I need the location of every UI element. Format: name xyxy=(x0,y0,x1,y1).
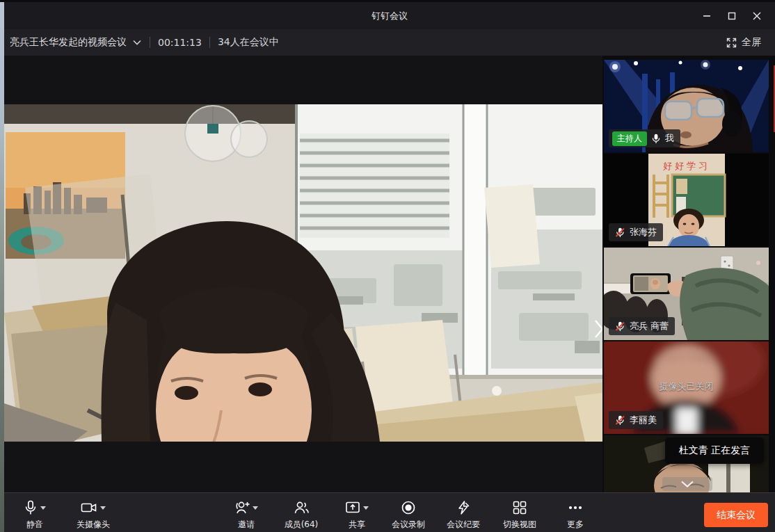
participant-tile[interactable]: 好好学习 张海芬 xyxy=(604,154,769,246)
invite-options-caret[interactable] xyxy=(253,506,258,510)
mute-label: 静音 xyxy=(26,519,43,529)
participant-name: 李丽美 xyxy=(630,414,657,426)
participant-name: 我 xyxy=(665,132,674,145)
switch-view-button[interactable]: 切换视图 xyxy=(490,497,549,531)
camera-toggle-button[interactable]: 关摄像头 xyxy=(64,497,122,531)
members-button[interactable]: 成员(64) xyxy=(272,497,330,531)
more-dots-icon xyxy=(567,500,584,515)
speaking-toast-text: 杜文青 正在发言 xyxy=(679,444,750,457)
participant-badge: 亮兵 商蕾 xyxy=(609,317,675,335)
dingtalk-meeting-window: 钉钉会议 亮兵王长华发起的视频会议 00:11:13 34人在会议中 xyxy=(0,0,775,532)
participant-badge: 主持人 我 xyxy=(609,129,680,147)
chevron-down-icon xyxy=(132,39,142,46)
share-label: 共享 xyxy=(349,519,365,529)
meeting-title: 亮兵王长华发起的视频会议 xyxy=(10,36,127,49)
chevron-right-icon xyxy=(593,318,602,340)
chevron-down-icon xyxy=(680,480,695,488)
header-divider xyxy=(150,37,150,48)
speaking-toast: 杜文青 正在发言 xyxy=(665,437,764,464)
switch-view-label: 切换视图 xyxy=(503,519,536,529)
participant-tile-self[interactable]: 主持人 我 xyxy=(604,60,769,152)
participant-name: 亮兵 商蕾 xyxy=(630,320,669,332)
maximize-button[interactable] xyxy=(719,6,744,26)
fullscreen-button[interactable]: 全屏 xyxy=(726,36,761,49)
minutes-label: 会议纪要 xyxy=(447,519,480,529)
minutes-flash-icon xyxy=(456,500,471,515)
invite-person-plus-icon xyxy=(234,500,250,515)
fullscreen-expand-icon xyxy=(726,38,737,48)
more-label: 更多 xyxy=(567,519,584,529)
camera-icon xyxy=(81,500,97,515)
maximize-icon xyxy=(728,12,736,20)
grid-view-icon xyxy=(512,500,527,515)
mute-options-caret[interactable] xyxy=(40,506,46,510)
record-button[interactable]: 会议录制 xyxy=(379,497,438,531)
microphone-muted-icon xyxy=(615,227,625,238)
participant-badge: 李丽美 xyxy=(609,411,663,429)
microphone-muted-icon xyxy=(615,415,625,426)
end-meeting-button[interactable]: 结束会议 xyxy=(704,503,768,527)
collapse-panel-chevron[interactable] xyxy=(593,317,602,341)
microphone-muted-icon xyxy=(615,321,625,332)
minimize-button[interactable] xyxy=(694,6,719,26)
host-badge: 主持人 xyxy=(612,131,647,146)
close-button[interactable] xyxy=(744,6,769,26)
share-screen-icon xyxy=(345,500,360,515)
participant-name: 张海芬 xyxy=(630,226,657,239)
meeting-header: 亮兵王长华发起的视频会议 00:11:13 34人在会议中 全屏 xyxy=(4,29,775,56)
microphone-icon xyxy=(651,134,661,144)
members-label: 成员(64) xyxy=(285,519,319,529)
participant-count: 34人在会议中 xyxy=(218,36,279,49)
share-options-caret[interactable] xyxy=(363,506,369,510)
members-icon xyxy=(293,500,310,515)
camera-label: 关摄像头 xyxy=(77,519,110,529)
camera-off-message: 摄像头已关闭 xyxy=(604,380,769,393)
close-icon xyxy=(753,12,761,20)
record-label: 会议录制 xyxy=(392,519,425,529)
main-stage: 杜文青 xyxy=(4,56,602,492)
participant-tile[interactable]: 摄像头已关闭 李丽美 xyxy=(604,341,769,434)
classroom-banner-text: 好好学习 xyxy=(663,161,710,171)
scroll-down-button[interactable] xyxy=(662,477,712,491)
invite-label: 邀请 xyxy=(238,519,255,529)
participant-badge: 张海芬 xyxy=(609,223,663,241)
record-icon xyxy=(401,500,416,515)
main-video-feed xyxy=(4,104,602,442)
meeting-title-dropdown[interactable] xyxy=(132,39,142,46)
share-button[interactable]: 共享 xyxy=(328,497,386,531)
header-divider xyxy=(209,37,210,48)
camera-options-caret[interactable] xyxy=(100,506,106,510)
minutes-button[interactable]: 会议纪要 xyxy=(434,497,493,531)
minimize-icon xyxy=(703,12,711,20)
meeting-toolbar: 静音 关摄像头 xyxy=(4,492,775,532)
mute-button[interactable]: 静音 xyxy=(6,497,64,531)
participant-tile[interactable]: 亮兵 商蕾 xyxy=(604,248,769,340)
window-title: 钉钉会议 xyxy=(371,10,408,22)
window-controls xyxy=(694,2,769,29)
meeting-timer: 00:11:13 xyxy=(158,37,202,48)
title-bar: 钉钉会议 xyxy=(4,2,775,29)
more-button[interactable]: 更多 xyxy=(546,497,605,531)
invite-button[interactable]: 邀请 xyxy=(217,497,275,531)
fullscreen-label: 全屏 xyxy=(742,36,761,49)
microphone-icon xyxy=(24,500,38,515)
